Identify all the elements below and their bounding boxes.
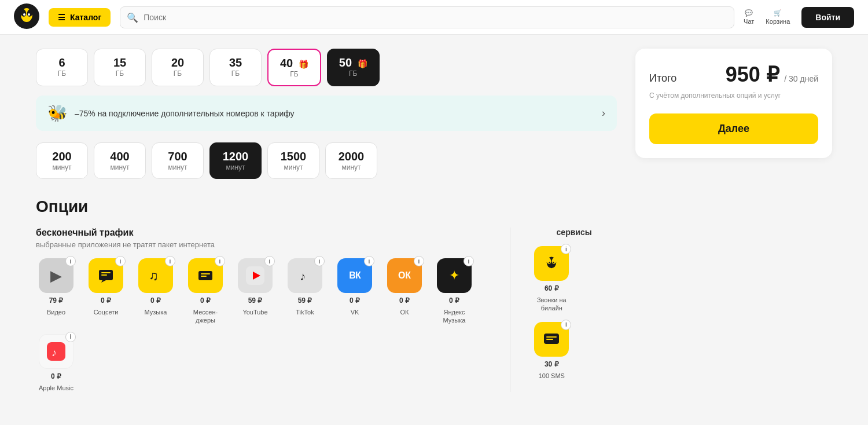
- options-row: бесконечный трафик выбранные приложения …: [36, 228, 617, 392]
- info-badge-ok[interactable]: i: [414, 256, 424, 266]
- service-sms[interactable]: i 30 ₽ 100 SMS: [531, 322, 572, 380]
- right-column: Итого 950 ₽ / 30 дней С учётом дополните…: [635, 49, 832, 392]
- app-messenger[interactable]: i 0 ₽ Мессен-джеры: [185, 258, 226, 325]
- proceed-button[interactable]: Далее: [649, 113, 818, 144]
- summary-card: Итого 950 ₽ / 30 дней С учётом дополните…: [635, 49, 832, 158]
- search-container: 🔍: [120, 6, 734, 28]
- min-plan-700[interactable]: 700 минут: [152, 142, 204, 179]
- service-beeline-calls[interactable]: i 60 ₽ Звонки на билайн: [531, 246, 572, 313]
- cart-button[interactable]: 🛒 Корзина: [766, 9, 790, 25]
- apps-list: ▶ i 79 ₽ Видео i: [36, 258, 498, 392]
- traffic-section: бесконечный трафик выбранные приложения …: [36, 228, 498, 392]
- services-list: i 60 ₽ Звонки на билайн i 30 ₽: [531, 246, 617, 380]
- left-column: 6 ГБ 15 ГБ 20 ГБ 35 ГБ 40 🎁 ГБ 50 🎁 ГБ: [36, 49, 617, 392]
- promo-banner[interactable]: 🐝 –75% на подключение дополнительных ном…: [36, 96, 617, 131]
- traffic-subtitle: бесконечный трафик: [36, 228, 498, 238]
- min-plan-400[interactable]: 400 минут: [94, 142, 146, 179]
- svg-point-4: [23, 13, 25, 16]
- info-badge-video[interactable]: i: [65, 256, 76, 266]
- cart-icon: 🛒: [774, 9, 782, 17]
- services-label: сервисы: [531, 228, 617, 237]
- traffic-desc: выбранные приложения не тратят пакет инт…: [36, 240, 498, 249]
- gb-plan-50[interactable]: 50 🎁 ГБ: [327, 49, 380, 86]
- gb-plan-15[interactable]: 15 ГБ: [94, 49, 146, 86]
- min-plan-2000[interactable]: 2000 минут: [325, 142, 377, 179]
- svg-point-24: [553, 262, 554, 263]
- gb-selector: 6 ГБ 15 ГБ 20 ГБ 35 ГБ 40 🎁 ГБ 50 🎁 ГБ: [36, 49, 617, 86]
- header-right: 💬 Чат 🛒 Корзина Войти: [744, 7, 854, 28]
- catalog-label: Каталог: [70, 13, 101, 22]
- logo: [14, 3, 39, 31]
- apple-music-label: Apple Music: [39, 384, 73, 392]
- info-badge-yandex-music[interactable]: i: [464, 256, 474, 266]
- app-vk[interactable]: ВК i 0 ₽ VK: [334, 258, 375, 316]
- info-badge-vk[interactable]: i: [364, 256, 374, 266]
- info-badge-music[interactable]: i: [165, 256, 175, 266]
- svg-rect-8: [101, 274, 107, 276]
- options-title: Опции: [36, 197, 617, 216]
- svg-rect-26: [546, 336, 557, 338]
- promo-arrow-icon: ›: [602, 107, 605, 119]
- app-music[interactable]: ♫ i 0 ₽ Музыка: [135, 258, 176, 316]
- vertical-divider: [510, 228, 510, 392]
- cart-label: Корзина: [766, 18, 790, 25]
- info-badge-messenger[interactable]: i: [215, 256, 225, 266]
- gb-plan-35[interactable]: 35 ГБ: [209, 49, 262, 86]
- app-youtube[interactable]: i 59 ₽ YouTube: [235, 258, 275, 316]
- app-tiktok[interactable]: ♪ i 59 ₽ TikTok: [285, 258, 325, 316]
- min-plan-1500[interactable]: 1500 минут: [267, 142, 319, 179]
- svg-text:♫: ♫: [149, 269, 159, 283]
- gb-plan-6[interactable]: 6 ГБ: [36, 49, 88, 86]
- gb-plan-40[interactable]: 40 🎁 ГБ: [267, 49, 321, 86]
- minutes-selector: 200 минут 400 минут 700 минут 1200 минут…: [36, 142, 617, 179]
- promo-text: –75% на подключение дополнительных номер…: [75, 109, 595, 118]
- svg-point-23: [549, 262, 550, 263]
- svg-text:♪: ♪: [52, 347, 57, 358]
- svg-rect-11: [201, 273, 210, 274]
- app-video[interactable]: ▶ i 79 ₽ Видео: [36, 258, 76, 316]
- svg-text:♪: ♪: [300, 270, 306, 283]
- svg-rect-27: [546, 339, 553, 340]
- app-social[interactable]: i 0 ₽ Соцсети: [86, 258, 126, 316]
- info-badge-sms[interactable]: i: [561, 320, 571, 330]
- summary-price-row: Итого 950 ₽ / 30 дней: [649, 63, 818, 87]
- summary-label: Итого: [649, 72, 676, 85]
- app-yandex-music[interactable]: ✦ i 0 ₽ Яндекс Музыка: [434, 258, 475, 325]
- svg-rect-7: [101, 272, 111, 273]
- gb-plan-20[interactable]: 20 ГБ: [152, 49, 204, 86]
- summary-period: / 30 дней: [784, 74, 818, 83]
- search-input[interactable]: [120, 6, 734, 28]
- proceed-label: Далее: [718, 123, 749, 134]
- min-plan-200[interactable]: 200 минут: [36, 142, 88, 179]
- catalog-button[interactable]: ☰ Каталог: [49, 8, 111, 27]
- header: ☰ Каталог 🔍 💬 Чат 🛒 Корзина Войти: [0, 0, 868, 35]
- app-apple-music[interactable]: ♪ i 0 ₽ Apple Music: [36, 334, 76, 392]
- services-section: сервисы: [531, 228, 617, 380]
- summary-note: С учётом дополнительных опций и услуг: [649, 91, 818, 100]
- min-plan-1200[interactable]: 1200 минут: [209, 142, 262, 179]
- svg-rect-12: [201, 276, 207, 277]
- main-content: 6 ГБ 15 ГБ 20 ГБ 35 ГБ 40 🎁 ГБ 50 🎁 ГБ: [17, 35, 851, 406]
- login-button[interactable]: Войти: [801, 7, 854, 28]
- promo-bee-icon: 🐝: [47, 104, 68, 123]
- info-badge-social[interactable]: i: [115, 256, 126, 266]
- info-badge-apple-music[interactable]: i: [65, 332, 76, 342]
- summary-price: 950 ₽: [726, 63, 779, 86]
- app-ok[interactable]: ОК i 0 ₽ ОК: [384, 258, 425, 316]
- chat-icon: 💬: [745, 9, 753, 17]
- login-label: Войти: [815, 13, 840, 22]
- summary-price-wrap: 950 ₽ / 30 дней: [726, 63, 818, 87]
- search-icon: 🔍: [127, 12, 138, 23]
- svg-point-5: [28, 13, 30, 16]
- info-badge-beeline[interactable]: i: [561, 244, 571, 254]
- chat-label: Чат: [744, 18, 754, 25]
- chat-button[interactable]: 💬 Чат: [744, 9, 754, 25]
- menu-icon: ☰: [58, 13, 65, 22]
- info-badge-youtube[interactable]: i: [264, 256, 275, 266]
- info-badge-tiktok[interactable]: i: [314, 256, 325, 266]
